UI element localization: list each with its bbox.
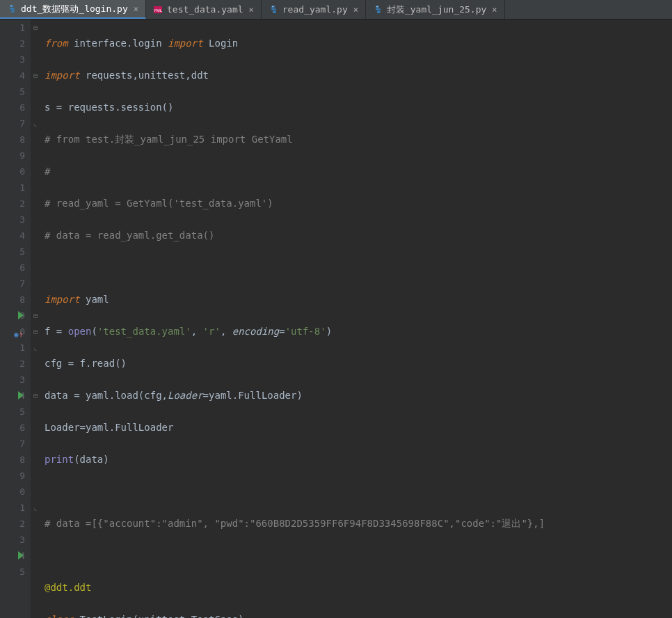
line-number: 4 — [0, 388, 25, 404]
tab-label: test_data.yaml — [167, 4, 243, 15]
python-icon — [373, 5, 383, 15]
line-number: 4 — [0, 68, 25, 84]
line-number: 0◉↑ — [0, 324, 25, 340]
line-number: 9 — [0, 308, 25, 324]
code-area[interactable]: from interface.login import Login import… — [40, 19, 672, 618]
line-number: 1 — [0, 500, 25, 516]
line-number: 7 — [0, 116, 25, 132]
yaml-icon: YML — [153, 5, 163, 15]
line-number: 3 — [0, 212, 25, 228]
line-number: 6 — [0, 260, 25, 276]
fold-gutter: ⊟⊟⌞⊟⊟⌞⊟⌞ — [31, 19, 40, 618]
line-number: 5 — [0, 244, 25, 260]
close-icon[interactable]: × — [492, 5, 497, 15]
tab-label: 封装_yaml_jun_25.py — [387, 3, 486, 16]
tab-test-data[interactable]: YML test_data.yaml × — [146, 0, 262, 19]
close-icon[interactable]: × — [134, 4, 138, 14]
line-number: 5 — [0, 564, 25, 580]
line-number: 6 — [0, 100, 25, 116]
svg-point-4 — [376, 6, 377, 6]
line-number: 7 — [0, 276, 25, 292]
line-number: 1 — [0, 340, 25, 356]
line-number: 5 — [0, 84, 25, 100]
close-icon[interactable]: × — [249, 5, 254, 15]
line-number: 3 — [0, 372, 25, 388]
line-number: 8 — [0, 132, 25, 148]
line-number: 7 — [0, 436, 25, 452]
tab-read-yaml[interactable]: read_yaml.py × — [262, 0, 366, 19]
line-number: 4 — [0, 228, 25, 244]
line-number: 0 — [0, 164, 25, 180]
python-icon — [269, 5, 278, 15]
line-number: 2 — [0, 196, 25, 212]
line-number-gutter: 1 2 3 4 5 6 7 8 9 0 1 2 3 4 5 6 7 8 9 0◉… — [0, 19, 31, 618]
close-icon[interactable]: × — [353, 5, 358, 15]
line-number: 0 — [0, 484, 25, 500]
code-editor[interactable]: 1 2 3 4 5 6 7 8 9 0 1 2 3 4 5 6 7 8 9 0◉… — [0, 19, 672, 618]
tab-label: ddt_数据驱动_login.py — [21, 3, 128, 15]
svg-text:YML: YML — [154, 8, 163, 13]
line-number: 2 — [0, 516, 25, 532]
line-number: 9 — [0, 468, 25, 484]
line-number: 6 — [0, 420, 25, 436]
line-number: 4 — [0, 548, 25, 564]
run-gutter-icon[interactable] — [18, 551, 24, 560]
python-icon — [7, 4, 17, 14]
line-number: 1 — [0, 19, 25, 35]
svg-point-0 — [10, 5, 11, 6]
line-number: 1 — [0, 180, 25, 196]
line-number: 5 — [0, 404, 25, 420]
line-number: 8 — [0, 452, 25, 468]
tab-ddt-login[interactable]: ddt_数据驱动_login.py × — [0, 0, 146, 19]
run-gutter-icon[interactable] — [18, 391, 24, 399]
line-number: 9 — [0, 148, 25, 164]
line-number: 3 — [0, 532, 25, 548]
line-number: 3 — [0, 52, 25, 68]
editor-tabs: ddt_数据驱动_login.py × YML test_data.yaml ×… — [0, 0, 672, 19]
svg-point-3 — [272, 6, 273, 6]
line-number: 2 — [0, 356, 25, 372]
line-number: 8 — [0, 292, 25, 308]
tab-label: read_yaml.py — [282, 4, 348, 15]
tab-fengzhuang-yaml[interactable]: 封装_yaml_jun_25.py × — [366, 0, 505, 19]
line-number: 2 — [0, 35, 25, 52]
run-gutter-icon[interactable] — [18, 311, 24, 319]
